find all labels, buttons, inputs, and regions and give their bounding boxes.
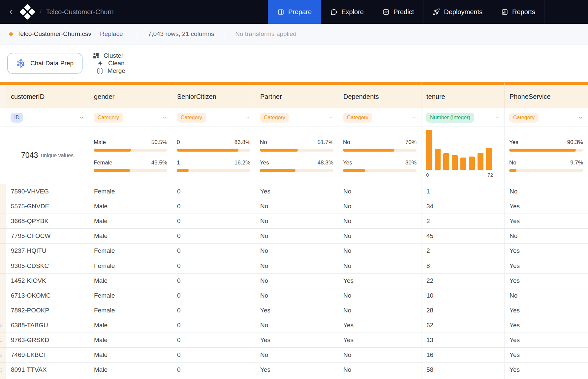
table-cell-SeniorCitizen[interactable]: 0 [172,214,255,229]
table-cell-gender[interactable]: Male [89,229,172,244]
column-header-SeniorCitizen[interactable]: SeniorCitizen [172,82,255,108]
tab-prepare[interactable]: Prepare [268,0,321,24]
table-cell-Partner[interactable]: No [255,199,338,214]
table-cell-gender[interactable]: Male [89,333,172,348]
chevron-down-icon[interactable] [494,115,500,120]
table-cell-customerID[interactable]: 7469-LKBCI [6,348,89,363]
table-cell-customerID[interactable]: 3668-QPYBK [6,214,89,229]
column-type-tenure[interactable]: Number (Integer) [421,108,505,127]
table-cell-PhoneService[interactable]: Yes [505,318,588,333]
table-cell-PhoneService[interactable]: No [505,288,588,303]
table-cell-gender[interactable]: Male [89,274,172,288]
type-badge[interactable]: Category [94,113,123,123]
clean-button[interactable]: Clean [96,59,125,67]
table-cell-customerID[interactable]: 6713-OKOMC [6,288,89,303]
table-cell-tenure[interactable]: 28 [421,303,505,318]
type-badge[interactable]: Category [177,113,206,123]
type-badge[interactable]: Number (Integer) [426,113,474,123]
table-cell-tenure[interactable]: 62 [421,318,505,333]
table-cell-Dependents[interactable]: No [338,184,421,199]
table-cell-customerID[interactable]: 6388-TABGU [6,318,89,333]
table-cell-Dependents[interactable]: Yes [338,274,421,288]
table-cell-customerID[interactable]: 9237-HQITU [6,244,89,258]
table-cell-SeniorCitizen[interactable]: 0 [172,303,255,318]
table-cell-PhoneService[interactable] [505,377,588,379]
column-type-gender[interactable]: Category [89,108,172,127]
table-cell-SeniorCitizen[interactable]: 0 [172,333,255,348]
table-cell-tenure[interactable]: 1 [421,184,505,199]
column-header-customerID[interactable]: customerID [6,82,89,108]
tab-reports[interactable]: Reports [492,0,545,24]
table-cell-customerID[interactable]: 7795-CFOCW [6,229,89,244]
table-cell-Partner[interactable]: Yes [255,333,338,348]
table-cell-customerID[interactable]: 1452-KIOVK [6,274,89,288]
table-cell-gender[interactable]: Male [89,214,172,229]
table-cell-Partner[interactable]: Yes [255,363,338,377]
table-cell-tenure[interactable]: 8 [421,258,505,273]
table-cell-SeniorCitizen[interactable]: 0 [172,274,255,288]
merge-button[interactable]: Merge [96,67,125,74]
table-cell-Dependents[interactable]: No [338,348,421,363]
table-cell-SeniorCitizen[interactable] [172,377,255,379]
chevron-down-icon[interactable] [245,115,251,120]
column-header-tenure[interactable]: tenure [421,82,505,108]
table-cell-Partner[interactable]: No [255,348,338,363]
table-cell-customerID[interactable]: 8091-TTVAX [6,363,89,377]
column-type-customerID[interactable]: ID [6,108,89,127]
table-cell-Partner[interactable]: No [255,318,338,333]
table-cell-customerID[interactable]: 7590-VHVEG [6,184,89,199]
table-cell-PhoneService[interactable]: Yes [505,333,588,348]
table-cell-gender[interactable]: Male [89,348,172,363]
column-type-SeniorCitizen[interactable]: Category [172,108,255,127]
table-cell-Partner[interactable] [255,377,338,379]
table-cell-tenure[interactable]: 45 [421,229,505,244]
back-icon[interactable] [7,8,15,16]
table-cell-customerID[interactable]: 9305-CDSKC [6,258,89,273]
table-cell-PhoneService[interactable]: No [505,184,588,199]
table-cell-PhoneService[interactable]: Yes [505,303,588,318]
table-cell-PhoneService[interactable]: Yes [505,244,588,258]
type-badge[interactable]: ID [11,113,23,123]
table-cell-Dependents[interactable]: No [338,363,421,377]
table-cell-tenure[interactable]: 16 [421,348,505,363]
table-cell-gender[interactable] [89,377,172,379]
chevron-down-icon[interactable] [411,115,417,120]
column-header-PhoneService[interactable]: PhoneService [505,82,588,108]
table-cell-PhoneService[interactable]: Yes [505,214,588,229]
type-badge[interactable]: Category [260,113,289,123]
table-cell-Partner[interactable]: No [255,258,338,273]
table-cell-Dependents[interactable]: No [338,244,421,258]
table-cell-PhoneService[interactable]: Yes [505,258,588,273]
tab-explore[interactable]: Explore [321,0,373,24]
table-cell-SeniorCitizen[interactable]: 0 [172,363,255,377]
table-cell-gender[interactable]: Female [89,244,172,258]
table-cell-gender[interactable]: Female [89,288,172,303]
table-cell-tenure[interactable] [421,377,505,379]
table-cell-customerID[interactable]: 7892-POOKP [6,303,89,318]
table-cell-gender[interactable]: Female [89,184,172,199]
table-cell-tenure[interactable]: 2 [421,244,505,258]
table-cell-Dependents[interactable]: No [338,288,421,303]
table-cell-Dependents[interactable]: No [338,214,421,229]
table-cell-SeniorCitizen[interactable]: 0 [172,258,255,273]
table-cell-Partner[interactable]: No [255,274,338,288]
table-cell-Partner[interactable]: No [255,288,338,303]
app-logo-icon[interactable] [19,4,35,20]
table-cell-tenure[interactable]: 13 [421,333,505,348]
tab-predict[interactable]: Predict [373,0,423,24]
chevron-down-icon[interactable] [79,115,84,120]
table-cell-PhoneService[interactable]: Yes [505,348,588,363]
chevron-down-icon[interactable] [578,115,583,120]
table-cell-Dependents[interactable]: Yes [338,318,421,333]
type-badge[interactable]: Category [343,113,372,123]
table-cell-Partner[interactable]: No [255,244,338,258]
table-cell-SeniorCitizen[interactable]: 0 [172,229,255,244]
table-cell-gender[interactable]: Female [89,303,172,318]
table-cell-customerID[interactable]: 5575-GNVDE [6,199,89,214]
table-cell-Dependents[interactable]: No [338,303,421,318]
table-cell-Partner[interactable]: No [255,214,338,229]
table-cell-gender[interactable]: Male [89,318,172,333]
table-cell-PhoneService[interactable]: Yes [505,363,588,377]
table-cell-tenure[interactable]: 34 [421,199,505,214]
table-cell-Dependents[interactable]: No [338,199,421,214]
